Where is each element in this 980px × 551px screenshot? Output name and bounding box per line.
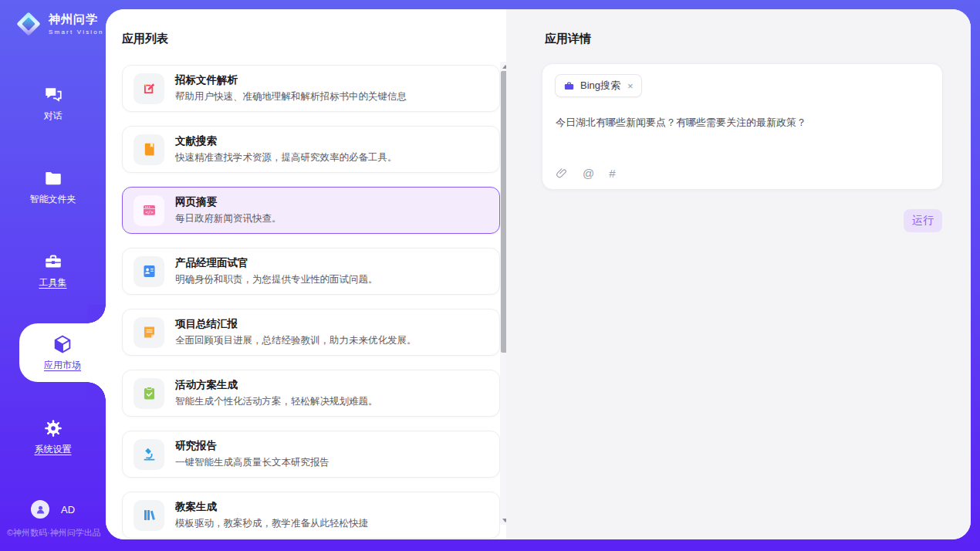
user-initials: AD (61, 504, 75, 516)
book-icon (133, 134, 164, 165)
sidebar-item-label: 智能文件夹 (30, 193, 76, 206)
app-list-title: 应用列表 (122, 32, 168, 46)
folder-icon (43, 168, 63, 188)
document-edit-icon (133, 73, 164, 104)
app-list-item-event-plan[interactable]: 活动方案生成 智能生成个性化活动方案，轻松解决规划难题。 (122, 370, 500, 417)
app-title: 教案生成 (175, 500, 368, 514)
app-list-item-project-summary[interactable]: 项目总结汇报 全面回顾项目进展，总结经验教训，助力未来优化发展。 (122, 309, 500, 356)
app-detail-title: 应用详情 (545, 32, 591, 46)
person-icon (35, 504, 46, 516)
app-window: 神州问学 Smart Vision 对话 智能文件夹 工具 (0, 0, 980, 551)
app-desc: 每日政府新闻资讯快查。 (175, 212, 282, 225)
app-list-item-research-report[interactable]: 研究报告 一键智能生成高质量长文本研究报告 (122, 431, 500, 478)
briefcase-icon (563, 80, 575, 92)
app-title: 文献搜索 (175, 134, 397, 148)
user-account[interactable]: AD (31, 500, 75, 519)
sidebar-item-label: 对话 (44, 110, 63, 123)
app-title: 活动方案生成 (175, 378, 378, 392)
app-title: 研究报告 (175, 439, 329, 453)
app-list: 招标文件解析 帮助用户快速、准确地理解和解析招标书中的关键信息 文献搜索 快速精… (122, 65, 500, 539)
avatar (31, 500, 49, 519)
main-container: 应用列表 招标文件解析 帮助用户快速、准确地理解和解析招标书中的关键信息 (106, 9, 971, 539)
topic-icon[interactable]: # (609, 167, 615, 180)
app-title: 网页摘要 (175, 195, 282, 209)
app-title: 招标文件解析 (175, 73, 407, 87)
copyright-footer: ©神州数码·神州问学出品 (7, 527, 101, 539)
prompt-input[interactable]: 今日湖北有哪些新闻要点？有哪些需要关注的最新政策？ (556, 115, 926, 130)
app-desc: 明确身份和职责，为您提供专业性的面试问题。 (175, 273, 378, 286)
app-list-item-bid-parse[interactable]: 招标文件解析 帮助用户快速、准确地理解和解析招标书中的关键信息 (122, 65, 500, 112)
app-desc: 帮助用户快速、准确地理解和解析招标书中的关键信息 (175, 90, 407, 103)
sidebar-item-label: 工具集 (39, 276, 67, 289)
sidebar: 神州问学 Smart Vision 对话 智能文件夹 工具 (0, 0, 106, 551)
app-list-item-pm-interviewer[interactable]: 产品经理面试官 明确身份和职责，为您提供专业性的面试问题。 (122, 248, 500, 295)
toolbox-icon (43, 252, 63, 272)
clipboard-check-icon (133, 378, 164, 409)
tool-chip-label: Bing搜索 (580, 79, 620, 93)
app-list-item-web-summary[interactable]: </> 网页摘要 每日政府新闻资讯快查。 (122, 187, 500, 234)
chip-close-icon[interactable]: × (627, 81, 634, 91)
app-desc: 模板驱动，教案秒成，教学准备从此轻松快捷 (175, 517, 368, 530)
svg-text:</>: </> (145, 210, 154, 215)
brand-logo: 神州问学 Smart Vision (14, 9, 104, 39)
app-list-item-literature-search[interactable]: 文献搜索 快速精准查找学术资源，提高研究效率的必备工具。 (122, 126, 500, 173)
gear-icon (43, 418, 63, 438)
run-button[interactable]: 运行 (904, 209, 942, 232)
app-detail-panel: 应用详情 Bing搜索 × 今日湖北有哪些新闻要点？有哪些需要关注的最新政策？ … (506, 9, 971, 539)
app-desc: 智能生成个性化活动方案，轻松解决规划难题。 (175, 395, 378, 408)
memo-icon (133, 317, 164, 348)
sidebar-item-smart-folder[interactable]: 智能文件夹 (0, 168, 106, 206)
sidebar-item-app-market[interactable]: 应用市场 (19, 323, 106, 382)
tool-chip-bing-search[interactable]: Bing搜索 × (555, 74, 642, 97)
input-tools-row: @ # (556, 167, 616, 180)
app-list-item-lesson-plan[interactable]: 教案生成 模板驱动，教案秒成，教学准备从此轻松快捷 (122, 492, 500, 539)
app-list-panel: 应用列表 招标文件解析 帮助用户快速、准确地理解和解析招标书中的关键信息 (106, 9, 506, 539)
mention-icon[interactable]: @ (583, 167, 594, 180)
sidebar-item-label: 系统设置 (35, 443, 72, 456)
app-desc: 全面回顾项目进展，总结经验教训，助力未来优化发展。 (175, 334, 417, 347)
app-desc: 快速精准查找学术资源，提高研究效率的必备工具。 (175, 151, 397, 164)
cube-icon (52, 333, 73, 355)
interview-doc-icon (133, 256, 164, 287)
app-title: 项目总结汇报 (175, 317, 417, 331)
sidebar-item-label: 应用市场 (44, 359, 81, 372)
app-title: 产品经理面试官 (175, 256, 378, 270)
brand-tagline: Smart Vision (49, 29, 104, 35)
browser-code-icon: </> (133, 195, 164, 226)
prompt-card: Bing搜索 × 今日湖北有哪些新闻要点？有哪些需要关注的最新政策？ @ # (542, 63, 943, 190)
app-desc: 一键智能生成高质量长文本研究报告 (175, 456, 329, 469)
paperclip-icon[interactable] (556, 167, 568, 180)
diamond-logo-icon (14, 9, 43, 39)
chat-icon (43, 85, 63, 105)
books-icon (133, 500, 164, 531)
sidebar-item-chat[interactable]: 对话 (0, 85, 106, 123)
brand-name: 神州问学 (49, 12, 104, 27)
sidebar-item-toolset[interactable]: 工具集 (0, 252, 106, 289)
microscope-icon (133, 439, 164, 470)
sidebar-item-settings[interactable]: 系统设置 (0, 418, 106, 456)
